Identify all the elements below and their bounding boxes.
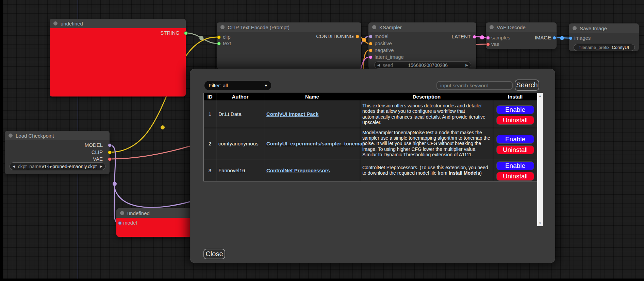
extension-link[interactable]: ControlNet Preprocessors [266, 168, 330, 173]
link-midpoint-dot[interactable] [480, 35, 484, 39]
input-slot-model[interactable]: model [123, 219, 137, 226]
output-slot-model[interactable]: MODEL [85, 142, 103, 148]
output-slot-conditioning[interactable]: CONDITIONING [316, 33, 354, 40]
close-button[interactable]: Close [203, 249, 225, 259]
table-header-row: ID Author Name Description Install [204, 93, 538, 100]
node-vae-decode[interactable]: VAE Decode samples vae IMAGE [486, 22, 557, 49]
node-title-bar: undefined [116, 208, 192, 218]
link-midpoint-dot[interactable] [161, 125, 165, 129]
search-button[interactable]: Search [515, 80, 539, 91]
scroll-up-icon[interactable]: ▲ [537, 93, 543, 98]
enable-button[interactable]: Enable [496, 135, 534, 144]
negative-input-dot[interactable] [369, 49, 373, 52]
uninstall-button[interactable]: Uninstall [496, 145, 534, 154]
scroll-down-icon[interactable]: ▼ [537, 221, 543, 226]
node-clip-text-encode[interactable]: CLIP Text Encode (Prompt) clip text COND… [217, 22, 361, 69]
widget-value: 156680208700286 [393, 63, 463, 68]
node-undefined-bottom[interactable]: undefined model [116, 208, 192, 237]
output-slot-string[interactable]: STRING [160, 30, 180, 36]
input-slot-negative[interactable]: negative [375, 47, 394, 54]
table-row: 3 Fannovel16 ControlNet Preprocessors Co… [204, 159, 538, 181]
output-slot-vae[interactable]: VAE [93, 156, 103, 162]
link-midpoint-dot[interactable] [113, 182, 117, 186]
decrement-icon[interactable]: ◀ [375, 64, 383, 67]
node-ksampler[interactable]: KSampler model positive negative latent_… [368, 22, 476, 69]
input-slot-images[interactable]: images [574, 35, 591, 41]
enable-button[interactable]: Enable [496, 161, 534, 170]
output-slot-image[interactable]: IMAGE [535, 34, 551, 41]
cell-author: Fannovel16 [216, 159, 264, 181]
uninstall-button[interactable]: Uninstall [496, 172, 534, 181]
filter-select[interactable]: Filter: all ▾ [204, 81, 271, 90]
cell-id: 2 [204, 128, 216, 159]
cell-install: Enable Uninstall [493, 159, 538, 181]
conditioning-output-dot[interactable] [356, 35, 359, 38]
clip-input-dot[interactable] [217, 35, 221, 39]
model-input-dot-bottom[interactable] [118, 221, 122, 225]
node-save-image[interactable]: Save Image images filename_prefix ComfyU… [569, 23, 639, 51]
col-header-id: ID [204, 93, 216, 100]
input-slot-vae[interactable]: vae [491, 41, 499, 48]
node-title: KSampler [379, 24, 402, 30]
enable-button[interactable]: Enable [496, 105, 534, 114]
link-midpoint-dot[interactable] [362, 38, 366, 42]
extension-link[interactable]: ComfyUI_experiments/sampler_tonemap [266, 141, 365, 146]
input-slot-positive[interactable]: positive [375, 40, 392, 47]
vae-input-dot[interactable] [486, 42, 490, 46]
vae-output-dot[interactable] [108, 157, 112, 161]
cell-description: This extension offers various detector n… [360, 100, 493, 128]
image-output-dot[interactable] [552, 36, 556, 40]
table-scrollbar[interactable]: ▲ ▼ [537, 93, 543, 226]
output-slot-latent[interactable]: LATENT [452, 33, 471, 40]
filename-prefix-widget[interactable]: filename_prefix ComfyUI [574, 44, 635, 51]
col-header-install: Install [493, 93, 538, 100]
widget-label: ckpt_name [18, 164, 41, 169]
clip-output-dot[interactable] [108, 151, 112, 154]
node-title: VAE Decode [497, 24, 526, 30]
input-slot-text[interactable]: text [223, 40, 231, 47]
node-status-icon [372, 25, 376, 29]
seed-widget[interactable]: ◀ seed 156680208700286 ▶ [374, 62, 471, 69]
extension-link[interactable]: ComfyUI Impact Pack [266, 111, 318, 117]
node-title-bar: VAE Decode [486, 22, 557, 32]
ckpt-name-widget[interactable]: ◀ ckpt_name v1-5-pruned-emaonly.ckpt ▶ [10, 162, 105, 170]
uninstall-button[interactable]: Uninstall [496, 116, 534, 125]
latent-output-dot[interactable] [473, 35, 476, 39]
cell-description: ModelSamplerTonemapNoiseTest a node that… [360, 128, 493, 159]
input-slot-latent-image[interactable]: latent_image [375, 54, 404, 60]
link-midpoint-dot[interactable] [199, 36, 203, 40]
latent-image-input-dot[interactable] [369, 55, 373, 59]
node-status-icon [53, 21, 57, 25]
cell-id: 3 [204, 159, 216, 181]
node-status-icon [490, 25, 494, 29]
search-input[interactable] [436, 81, 513, 90]
extensions-table: ID Author Name Description Install 1 Dr.… [203, 93, 538, 181]
positive-input-dot[interactable] [369, 42, 373, 46]
increment-icon[interactable]: ▶ [463, 64, 471, 67]
col-header-name: Name [264, 93, 360, 100]
node-status-icon [120, 211, 124, 215]
text-input-dot[interactable] [217, 42, 221, 46]
input-slot-clip[interactable]: clip [223, 34, 231, 40]
output-slot-clip[interactable]: CLIP [92, 149, 103, 156]
cell-author: Dr.Lt.Data [216, 100, 264, 128]
next-icon[interactable]: ▶ [97, 165, 105, 168]
widget-label: seed [383, 63, 393, 68]
node-load-checkpoint[interactable]: Load Checkpoint MODEL CLIP VAE ◀ ckpt_na… [5, 131, 110, 174]
node-status-icon [573, 26, 577, 30]
input-slot-model[interactable]: model [375, 33, 389, 40]
model-input-dot[interactable] [369, 35, 373, 38]
node-undefined-top[interactable]: undefined STRING [50, 19, 186, 96]
link-midpoint-dot[interactable] [560, 36, 564, 40]
string-output-dot[interactable] [184, 31, 188, 35]
widget-label: filename_prefix [574, 45, 609, 50]
model-output-dot[interactable] [108, 143, 112, 147]
images-input-dot[interactable] [569, 36, 573, 40]
input-slot-samples[interactable]: samples [491, 34, 510, 41]
comfyui-app: undefined STRING CLIP Text Encode (Promp… [0, 0, 644, 281]
node-title-bar: Save Image [569, 23, 639, 33]
previous-icon[interactable]: ◀ [10, 165, 18, 168]
filter-selected-value: Filter: all [209, 83, 228, 88]
samples-input-dot[interactable] [486, 36, 490, 40]
cell-install: Enable Uninstall [493, 100, 538, 128]
